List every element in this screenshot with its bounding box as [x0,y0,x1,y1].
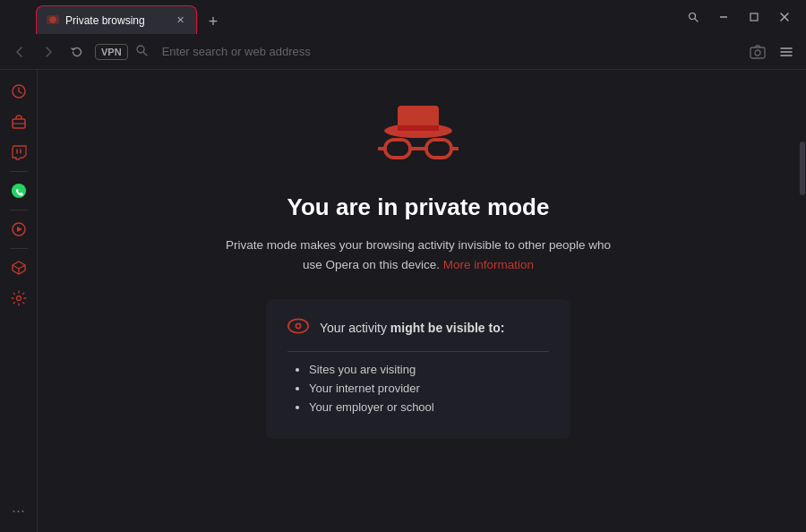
sidebar-divider-3 [10,248,28,249]
magnifier-icon [135,44,148,56]
scrollbar-track[interactable] [799,140,806,532]
reload-icon [71,46,83,58]
sidebar-item-history[interactable] [4,77,33,106]
screenshot-button[interactable] [745,39,770,64]
sidebar-divider-1 [10,171,28,172]
camera-icon [750,44,766,60]
svg-line-9 [143,52,147,56]
svg-rect-35 [387,142,408,156]
svg-point-26 [16,296,21,301]
sidebar-item-whatsapp[interactable] [4,176,33,205]
window-controls [679,0,806,34]
svg-rect-5 [750,13,758,21]
visibility-item-1: Sites you are visiting [309,363,549,376]
minimize-icon [718,12,729,22]
sidebar-item-settings[interactable] [4,284,33,313]
svg-point-39 [296,324,299,327]
menu-button[interactable] [774,39,799,64]
svg-line-24 [13,265,19,269]
forward-icon [42,46,55,58]
search-window-button[interactable] [679,3,707,31]
address-bar[interactable] [155,39,742,64]
search-nav-icon[interactable] [132,44,151,59]
sidebar-item-player[interactable] [4,215,33,244]
visibility-header: Your activity might be visible to: [287,315,549,352]
vpn-badge[interactable]: VPN [95,44,128,60]
gear-icon [11,290,27,306]
svg-marker-22 [17,227,22,232]
nav-bar: VPN [0,34,806,70]
svg-line-3 [695,19,698,21]
svg-line-25 [19,265,25,269]
tab-close-button[interactable]: ✕ [173,13,187,28]
visibility-item-3: Your employer or school [309,400,549,414]
reload-button[interactable] [64,39,90,64]
tab-area: Private browsing ✕ + [0,0,679,34]
restore-button[interactable] [740,3,768,31]
svg-rect-36 [428,142,450,156]
minimize-button[interactable] [709,3,738,31]
cube-icon [11,260,27,276]
whatsapp-icon [11,183,27,199]
scrollbar-thumb[interactable] [800,142,805,195]
sidebar-more-button[interactable]: ··· [4,496,33,525]
active-tab[interactable]: Private browsing ✕ [36,5,197,34]
svg-rect-29 [398,125,439,131]
new-tab-button[interactable]: + [201,9,226,34]
sidebar: ··· [0,70,38,532]
twitch-icon [11,144,27,160]
spy-icon [378,97,459,168]
briefcase-icon [11,114,27,130]
private-mode-heading: You are in private mode [287,193,550,221]
visibility-list: Sites you are visiting Your internet pro… [287,363,549,414]
back-button[interactable] [7,39,32,64]
close-icon [779,12,790,22]
back-icon [13,46,26,58]
sidebar-item-news[interactable] [4,107,33,136]
private-mode-icon [378,97,459,172]
close-button[interactable] [770,3,799,31]
hamburger-icon [778,44,794,60]
svg-point-20 [11,184,25,198]
sidebar-divider-2 [10,210,28,210]
restore-icon [749,12,759,22]
tab-title: Private browsing [65,14,169,27]
visibility-item-2: Your internet provider [309,382,549,395]
sidebar-item-twitch[interactable] [4,138,33,167]
eye-icon [287,315,309,340]
tab-favicon-icon [46,13,60,28]
svg-point-11 [755,50,760,56]
svg-rect-10 [750,47,765,58]
forward-button[interactable] [36,39,61,64]
sidebar-item-extensions[interactable] [4,253,33,282]
search-icon [688,12,699,22]
title-bar: Private browsing ✕ + [0,0,806,34]
visibility-box: Your activity might be visible to: Sites… [266,299,570,439]
clock-icon [11,83,27,99]
more-info-link[interactable]: More information [443,258,534,271]
main-layout: ··· [0,70,806,532]
private-mode-description: Private mode makes your browsing activit… [221,236,615,274]
visibility-title: Your activity might be visible to: [320,321,504,335]
content-area: You are in private mode Private mode mak… [38,70,799,532]
play-icon [11,221,27,237]
